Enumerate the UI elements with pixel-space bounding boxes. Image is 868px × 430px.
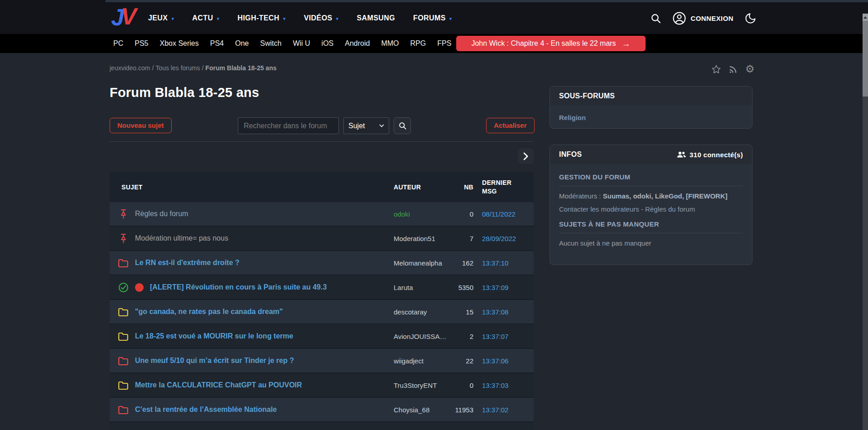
topic-author[interactable]: Laruta [394,284,453,291]
search-type-select[interactable]: Sujet [343,117,389,134]
platform-link-pc[interactable]: PC [113,39,123,48]
topic-title[interactable]: Le 18-25 est voué a MOURIR sur le long t… [135,332,293,340]
platform-link-ps4[interactable]: PS4 [210,39,224,48]
users-icon [677,151,686,158]
sidebar-item-religion[interactable]: Religion [559,114,743,121]
topic-author[interactable]: Moderation51 [394,235,453,242]
check-circle-icon [118,282,129,293]
topic-title[interactable]: C’est la rentrée de l’Assemblée National… [135,406,277,414]
nav-item-forums[interactable]: FORUMS▾ [413,14,452,22]
connected-count: 310 connecté(s) [677,151,743,159]
nav-item-actu[interactable]: ACTU▾ [192,14,219,22]
platform-link-fps[interactable]: FPS [437,39,451,48]
page-title: Forum Blabla 18-25 ans [110,85,259,100]
new-topic-button[interactable]: Nouveau sujet [110,118,172,133]
moon-icon[interactable] [744,12,757,24]
topic-last-msg[interactable]: 13:37:03 [482,382,526,389]
topic-last-msg[interactable]: 13:37:10 [482,259,526,267]
topic-author[interactable]: descotaray [394,308,453,316]
header-nb: NB [453,184,473,191]
platform-link-one[interactable]: One [235,39,249,48]
refresh-button[interactable]: Actualiser [486,118,535,133]
platform-link-wii-u[interactable]: Wii U [293,39,310,48]
sidebar-divider [559,233,743,233]
breadcrumb-forums[interactable]: Tous les forums [155,64,200,72]
topic-reply-count: 0 [453,210,473,218]
topic-last-msg[interactable]: 13:37:07 [482,333,526,340]
connexion-label: CONNEXION [691,14,733,22]
topic-reply-count: 5350 [453,284,473,291]
gear-icon[interactable]: ⚙ [745,64,755,74]
platform-link-android[interactable]: Android [345,39,370,48]
topic-title[interactable]: Le RN est-il d'extrême droite ? [135,259,240,267]
platform-subnav: PCPS5Xbox SeriesPS4OneSwitchWii UiOSAndr… [0,34,868,53]
nav-item-jeux[interactable]: JEUX▾ [148,14,174,22]
nav-item-label: HIGH-TECH [237,14,279,22]
sujets-title: SUJETS À NE PAS MANQUER [559,220,743,228]
infos-panel: INFOS 310 connecté(s) GESTION DU FORUM M… [550,145,752,265]
moderators-links[interactable]: Contacter les modérateurs - Règles du fo… [559,205,743,213]
jv-logo[interactable]: J V [111,5,143,30]
platform-link-xbox-series[interactable]: Xbox Series [159,39,198,48]
next-page-button[interactable] [518,148,534,164]
forum-search-button[interactable] [394,117,411,134]
topic-last-msg[interactable]: 13:37:09 [482,284,526,291]
platform-link-mmo[interactable]: MMO [381,39,399,48]
platform-link-ios[interactable]: iOS [322,39,334,48]
table-row-partial [110,422,534,430]
platform-link-ps5[interactable]: PS5 [135,39,148,48]
page-scrollbar[interactable] [863,14,868,430]
topic-author[interactable]: Melomanealpha [394,259,453,267]
topic-title[interactable]: Mettre la CALCULATRICE ChatGPT au POUVOI… [135,381,302,389]
search-icon[interactable] [650,13,661,24]
connexion-button[interactable]: CONNEXION [672,11,733,25]
user-icon [672,11,686,25]
scrollbar-thumb[interactable] [863,21,868,97]
red-circle-icon [135,283,144,292]
topic-last-msg[interactable]: 13:37:02 [482,406,526,414]
topic-title[interactable]: Règles du forum [135,210,188,218]
table-row: Une meuf 5/10 qui m’a écrit sur Tinder j… [110,349,534,373]
nav-item-vid-os[interactable]: VIDÉOS▾ [304,14,339,22]
topic-title[interactable]: "go canada, ne rates pas le canada dream… [135,308,283,316]
platform-link-switch[interactable]: Switch [260,39,281,48]
chevron-down-icon: ▾ [171,15,174,21]
nav-item-label: JEUX [148,14,168,22]
infos-header: INFOS 310 connecté(s) [550,145,752,164]
star-icon[interactable] [711,64,721,74]
topic-reply-count: 15 [453,308,473,316]
moderators-label: Modérateurs : [559,192,603,200]
topic-title[interactable]: [ALERTE] Révolution en cours à Paris sui… [150,283,327,291]
topic-last-msg[interactable]: 13:37:06 [482,357,526,365]
topic-reply-count: 0 [453,382,473,389]
topic-author[interactable]: AvionJOUISSA… [394,333,453,340]
topic-author[interactable]: Choysia_68 [394,406,453,414]
platform-link-rpg[interactable]: RPG [410,39,426,48]
forum-search-input[interactable] [238,117,339,134]
promo-banner[interactable]: John Wick : Chapitre 4 - En salles le 22… [456,36,646,51]
nav-item-samsung[interactable]: SAMSUNG [357,14,395,22]
topic-reply-count: 7 [453,235,473,242]
nav-item-high-tech[interactable]: HIGH-TECH▾ [237,14,285,22]
folder-yellow-icon [118,332,129,341]
topic-last-msg[interactable]: 08/11/2022 [482,210,526,218]
topic-author[interactable]: Tru3StoryENT [394,382,453,389]
topic-author[interactable]: wiigadject [394,357,453,365]
connected-count-label: 310 connecté(s) [690,151,743,159]
topic-title[interactable]: Modération ultime= pas nous [135,234,228,242]
topic-title[interactable]: Une meuf 5/10 qui m’a écrit sur Tinder j… [135,357,294,365]
scrollbar-up-button[interactable] [863,14,868,21]
toolbar-divider [110,141,534,142]
topic-author[interactable]: odoki [394,210,453,218]
table-row: [ALERTE] Révolution en cours à Paris sui… [110,275,534,300]
pin-icon [118,208,129,219]
rss-icon[interactable] [728,64,738,74]
arrow-right-icon: → [622,39,631,48]
chevron-down-icon: ▾ [449,15,452,21]
breadcrumb-current: Forum Blabla 18-25 ans [205,64,276,72]
pin-icon [118,233,129,244]
logo-letter-v: V [121,5,137,28]
topic-last-msg[interactable]: 13:37:08 [482,308,526,316]
breadcrumb-home[interactable]: jeuxvideo.com [110,64,150,72]
topic-last-msg[interactable]: 28/09/2022 [482,235,526,242]
